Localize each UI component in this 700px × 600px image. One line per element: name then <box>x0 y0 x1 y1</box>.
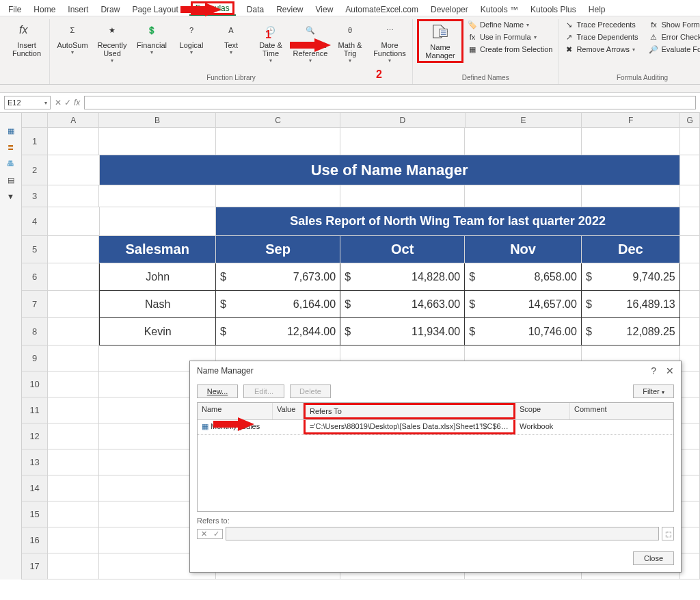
row-header[interactable]: 8 <box>22 318 48 345</box>
cell[interactable] <box>680 449 700 475</box>
name-row[interactable]: ▦ Monthly_Sales ='C:\Users\88019\Desktop… <box>198 420 673 435</box>
row-header[interactable]: 12 <box>22 423 48 449</box>
tab-kutools-plus[interactable]: Kutools Plus <box>529 3 578 16</box>
cell[interactable] <box>48 291 99 318</box>
tab-insert[interactable]: Insert <box>66 3 90 16</box>
col-comment[interactable]: Comment <box>570 403 673 419</box>
date-time-button[interactable]: 🕒Date & Time <box>252 19 289 65</box>
value-cell[interactable]: $7,673.00 <box>216 263 340 291</box>
tab-draw[interactable]: Draw <box>99 3 121 16</box>
autosum-button[interactable]: ΣAutoSum <box>54 19 91 57</box>
col-header[interactable]: B <box>99 113 216 128</box>
cancel-icon[interactable]: ✕ <box>55 98 62 107</box>
col-value[interactable]: Value <box>273 403 304 419</box>
col-header[interactable]: F <box>582 113 680 128</box>
salesman-cell[interactable]: Kevin <box>99 318 216 345</box>
names-list[interactable]: Name Value Refers To Scope Comment ▦ Mon… <box>197 402 674 512</box>
tab-formulas[interactable]: Formulas <box>189 2 236 16</box>
gutter-icon[interactable]: ▤ <box>5 176 17 185</box>
value-cell[interactable]: $12,089.25 <box>582 318 680 345</box>
cell[interactable] <box>680 345 700 371</box>
trace-dependents-button[interactable]: ↗Trace Dependents <box>563 31 639 42</box>
cell[interactable] <box>680 527 700 553</box>
cell[interactable] <box>340 128 465 155</box>
cell[interactable] <box>680 185 700 207</box>
evaluate-formula-button[interactable]: 🔎Evaluate Formula <box>647 44 700 55</box>
col-header[interactable]: A <box>48 113 99 128</box>
trace-precedents-button[interactable]: ↘Trace Precedents <box>563 19 639 30</box>
cell[interactable] <box>48 128 99 155</box>
row-header[interactable]: 16 <box>22 527 48 553</box>
gutter-icon[interactable]: ▼ <box>5 192 17 202</box>
cell[interactable] <box>582 185 680 207</box>
tab-data[interactable]: Data <box>245 3 265 16</box>
cell[interactable] <box>48 318 99 345</box>
logical-button[interactable]: ?Logical <box>173 19 210 57</box>
cell[interactable] <box>680 553 700 579</box>
col-name[interactable]: Name <box>198 403 273 419</box>
tab-review[interactable]: Review <box>275 3 304 16</box>
cell[interactable] <box>340 185 465 207</box>
cell[interactable] <box>48 345 99 371</box>
salesman-cell[interactable]: Nash <box>99 291 216 318</box>
cell[interactable] <box>48 553 99 579</box>
col-header[interactable]: E <box>466 113 582 128</box>
cell[interactable] <box>680 236 700 263</box>
cell[interactable] <box>680 155 700 185</box>
value-cell[interactable]: $6,164.00 <box>216 291 340 318</box>
recently-used-button[interactable]: ★Recently Used <box>94 19 131 65</box>
cell[interactable] <box>48 501 99 527</box>
tab-kutools-[interactable]: Kutools ™ <box>479 3 520 16</box>
lookup-ref-button[interactable]: 🔍Lookup & Reference <box>292 19 329 65</box>
accept-icon[interactable]: ✓ <box>64 98 71 107</box>
use-in-formula-button[interactable]: fxUse in Formula ▾ <box>466 31 554 42</box>
cell[interactable] <box>680 475 700 501</box>
cell[interactable] <box>48 371 99 397</box>
remove-arrows-button[interactable]: ✖Remove Arrows ▾ <box>563 44 639 55</box>
fx-icon[interactable]: fx <box>74 98 80 107</box>
cell[interactable] <box>48 185 99 207</box>
row-header[interactable]: 2 <box>22 155 48 185</box>
value-cell[interactable]: $12,844.00 <box>216 318 340 345</box>
cell[interactable] <box>216 185 340 207</box>
row-header[interactable]: 3 <box>22 185 48 207</box>
cell[interactable] <box>465 128 582 155</box>
name-box[interactable]: E12 ▾ <box>4 96 51 109</box>
cell[interactable] <box>48 207 99 236</box>
math-trig-button[interactable]: θMath & Trig <box>332 19 368 65</box>
close-icon[interactable]: ✕ <box>666 365 674 376</box>
gutter-icon[interactable]: ≣ <box>5 143 17 153</box>
col-header[interactable]: D <box>340 113 465 128</box>
tab-automateexcel-com[interactable]: AutomateExcel.com <box>344 3 420 16</box>
row-header[interactable]: 4 <box>22 207 48 236</box>
error-checking-button[interactable]: ⚠Error Checking ▾ <box>647 31 700 42</box>
col-refers-to[interactable]: Refers To <box>304 403 515 419</box>
value-cell[interactable]: $16,489.13 <box>582 291 680 318</box>
col-scope[interactable]: Scope <box>515 403 570 419</box>
create-from-selection-button[interactable]: ▦Create from Selection <box>466 44 554 55</box>
cell[interactable] <box>465 185 582 207</box>
value-cell[interactable]: $11,934.00 <box>340 318 465 345</box>
help-icon[interactable]: ? <box>651 365 656 376</box>
financial-button[interactable]: 💲Financial <box>133 19 170 57</box>
edit-button[interactable]: Edit... <box>243 384 284 398</box>
cell[interactable] <box>680 371 700 397</box>
cell[interactable] <box>48 423 99 449</box>
select-all-corner[interactable] <box>22 113 48 128</box>
cell[interactable] <box>216 128 340 155</box>
cell[interactable] <box>99 185 216 207</box>
filter-button[interactable]: Filter ▾ <box>633 384 674 398</box>
col-header[interactable]: C <box>216 113 340 128</box>
new-button[interactable]: New... <box>197 384 238 398</box>
cell[interactable] <box>680 397 700 423</box>
value-cell[interactable]: $14,663.00 <box>340 291 465 318</box>
insert-function-button[interactable]: fx Insert Function <box>8 19 45 59</box>
cell[interactable] <box>582 128 680 155</box>
tab-page-layout[interactable]: Page Layout <box>131 3 179 16</box>
cell[interactable] <box>48 155 99 185</box>
row-header[interactable]: 9 <box>22 345 48 371</box>
cell[interactable] <box>48 397 99 423</box>
tab-view[interactable]: View <box>314 3 335 16</box>
value-cell[interactable]: $9,740.25 <box>582 263 680 291</box>
name-manager-button[interactable]: Name Manager <box>420 21 460 61</box>
